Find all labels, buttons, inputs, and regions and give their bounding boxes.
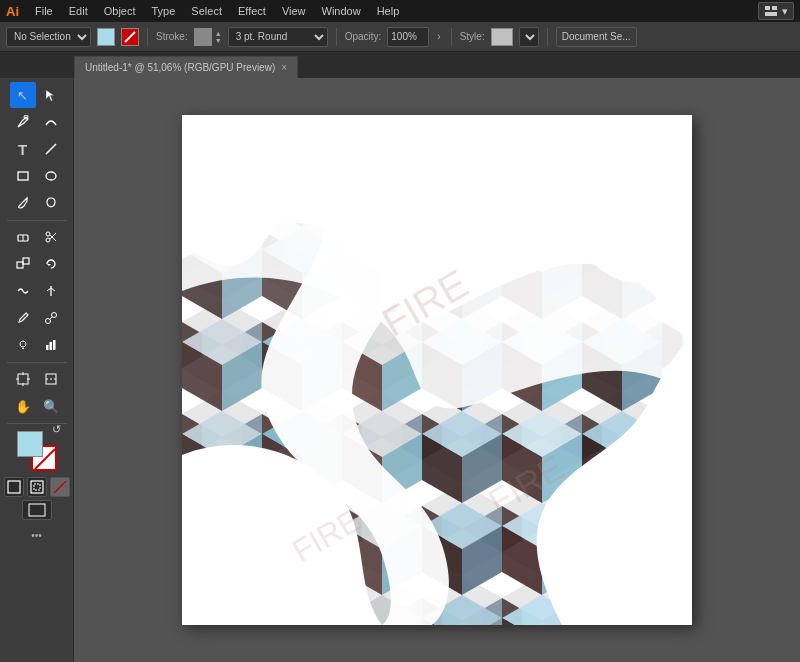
fill-color-swatch[interactable] [97,28,115,46]
blob-brush-tool[interactable] [38,190,64,216]
svg-rect-33 [8,481,20,493]
tool-row-shapes [3,163,71,189]
tab-title: Untitled-1* @ 51,06% (RGB/GPU Preview) [85,62,275,73]
svg-rect-15 [17,262,23,268]
scissors-tool[interactable] [38,224,64,250]
svg-rect-34 [31,481,43,493]
document-settings-button[interactable]: Document Se... [556,27,637,47]
menu-view[interactable]: View [278,5,310,17]
screen-mode-icon[interactable] [22,500,52,520]
ai-logo: Ai [6,4,19,19]
fill-box[interactable] [17,431,43,457]
svg-point-11 [46,232,50,236]
menu-help[interactable]: Help [373,5,404,17]
artboard-tool[interactable] [10,366,36,392]
menu-type[interactable]: Type [148,5,180,17]
stroke-color-swatch[interactable] [194,28,212,46]
workspace-chevron: ▾ [782,5,788,18]
separator-1 [147,28,148,46]
stroke-label: Stroke: [156,31,188,42]
canvas-area[interactable]: FIRE FIRE FIRE [74,78,800,662]
hand-tool[interactable]: ✋ [10,393,36,419]
tool-separator-2 [7,362,67,363]
style-dropdown[interactable]: ▾ [519,27,539,47]
weight-dropdown[interactable]: 3 pt. Round [228,27,328,47]
tool-row-draw [3,190,71,216]
svg-point-12 [46,238,50,242]
more-tools-button[interactable]: ••• [21,527,53,543]
svg-rect-2 [765,12,777,16]
style-label: Style: [460,31,485,42]
tab-bar: Untitled-1* @ 51,06% (RGB/GPU Preview) × [0,52,800,78]
selection-dropdown[interactable]: No Selection [6,27,91,47]
style-swatch[interactable] [491,28,513,46]
stroke-spinner[interactable]: ▲ ▼ [215,30,222,44]
svg-rect-25 [18,374,28,384]
svg-rect-24 [53,340,56,350]
blend-tool[interactable] [38,305,64,331]
tool-row-1: ↖ [3,82,71,108]
title-bar: Ai File Edit Object Type Select Effect V… [0,0,800,22]
pen-tool[interactable] [10,109,36,135]
tool-row-eyedrop [3,305,71,331]
rect-tool[interactable] [10,163,36,189]
menu-object[interactable]: Object [100,5,140,17]
tool-separator-1 [7,220,67,221]
graph-tool[interactable] [38,332,64,358]
screen-mode-row [22,500,52,520]
scale-tool[interactable] [10,251,36,277]
opacity-chevron[interactable]: › [435,31,442,42]
opacity-input[interactable] [387,27,429,47]
document-tab[interactable]: Untitled-1* @ 51,06% (RGB/GPU Preview) × [74,56,298,78]
normal-draw-icon[interactable] [4,477,24,497]
eyedropper-tool[interactable] [10,305,36,331]
tab-close-button[interactable]: × [281,62,287,73]
stroke-icon[interactable] [121,28,139,46]
svg-rect-7 [18,172,28,180]
tool-row-transform [3,251,71,277]
menu-file[interactable]: File [31,5,57,17]
svg-rect-22 [46,345,49,350]
menu-edit[interactable]: Edit [65,5,92,17]
tool-row-warp [3,278,71,304]
tool-row-nav: ✋ 🔍 [3,393,71,419]
svg-point-21 [20,341,26,347]
artwork-svg: FIRE FIRE FIRE [182,115,692,625]
ellipse-tool[interactable] [38,163,64,189]
tool-row-pen [3,109,71,135]
width-tool[interactable] [38,278,64,304]
draw-mode-row [4,477,70,497]
eraser-tool[interactable] [10,224,36,250]
warp-tool[interactable] [10,278,36,304]
svg-rect-37 [29,504,45,516]
selection-tool[interactable]: ↖ [10,82,36,108]
color-box-pair [17,431,57,471]
opacity-label: Opacity: [345,31,382,42]
svg-rect-16 [23,258,29,264]
main-area: ↖ T [0,78,800,662]
behind-draw-icon[interactable] [50,477,70,497]
direct-select-tool[interactable] [38,82,64,108]
inside-draw-icon[interactable] [27,477,47,497]
zoom-tool[interactable]: 🔍 [38,393,64,419]
svg-line-3 [125,32,135,42]
type-tool[interactable]: T [10,136,36,162]
menu-window[interactable]: Window [318,5,365,17]
separator-4 [547,28,548,46]
workspace-button[interactable]: ▾ [758,2,794,20]
toolbar-bottom-icons: ••• [4,477,70,543]
separator-2 [336,28,337,46]
svg-rect-0 [765,6,770,10]
svg-line-6 [46,144,56,154]
tool-row-symbol [3,332,71,358]
rotate-tool[interactable] [38,251,64,277]
slice-tool[interactable] [38,366,64,392]
separator-3 [451,28,452,46]
symbol-tool[interactable] [10,332,36,358]
line-tool[interactable] [38,136,64,162]
menu-effect[interactable]: Effect [234,5,270,17]
paintbrush-tool[interactable] [10,190,36,216]
tool-row-type: T [3,136,71,162]
menu-select[interactable]: Select [187,5,226,17]
curvature-tool[interactable] [38,109,64,135]
